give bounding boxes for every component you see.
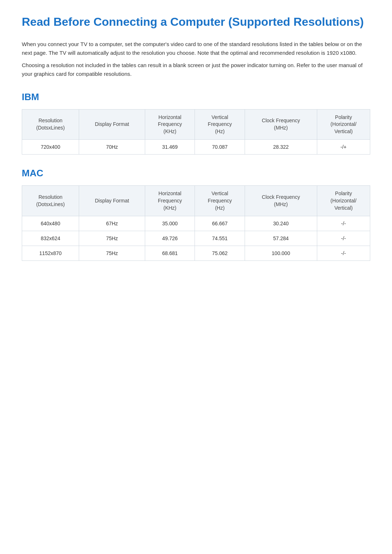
mac-table: Resolution(DotsxLines) Display Format Ho…	[22, 185, 370, 261]
ibm-row1-polarity: -/+	[317, 140, 370, 155]
ibm-col-v-freq: VerticalFrequency(Hz)	[195, 109, 245, 140]
mac-row2-h-freq: 49.726	[145, 231, 195, 246]
mac-table-row: 1152x870 75Hz 68.681 75.062 100.000 -/-	[22, 246, 370, 261]
ibm-col-h-freq: HorizontalFrequency(KHz)	[145, 109, 195, 140]
ibm-table-header-row: Resolution(DotsxLines) Display Format Ho…	[22, 109, 370, 140]
mac-col-clock-freq: Clock Frequency(MHz)	[245, 186, 317, 216]
mac-row2-clock-freq: 57.284	[245, 231, 317, 246]
ibm-col-display-format: Display Format	[79, 109, 145, 140]
intro-paragraph-2: Choosing a resolution not included in th…	[22, 61, 370, 78]
mac-row2-display-format: 75Hz	[79, 231, 145, 246]
mac-table-header-row: Resolution(DotsxLines) Display Format Ho…	[22, 186, 370, 216]
mac-row1-resolution: 640x480	[22, 216, 79, 231]
mac-row2-polarity: -/-	[317, 231, 370, 246]
mac-row3-display-format: 75Hz	[79, 246, 145, 261]
ibm-col-clock-freq: Clock Frequency(MHz)	[245, 109, 317, 140]
mac-col-polarity: Polarity(Horizontal/Vertical)	[317, 186, 370, 216]
ibm-row1-display-format: 70Hz	[79, 140, 145, 155]
mac-row1-v-freq: 66.667	[195, 216, 245, 231]
mac-row1-clock-freq: 30.240	[245, 216, 317, 231]
ibm-row1-h-freq: 31.469	[145, 140, 195, 155]
mac-row3-v-freq: 75.062	[195, 246, 245, 261]
mac-row2-v-freq: 74.551	[195, 231, 245, 246]
mac-row1-polarity: -/-	[317, 216, 370, 231]
ibm-row1-v-freq: 70.087	[195, 140, 245, 155]
mac-row2-resolution: 832x624	[22, 231, 79, 246]
page-title: Read Before Connecting a Computer (Suppo…	[22, 15, 370, 30]
mac-section-title: MAC	[22, 168, 370, 179]
mac-row3-clock-freq: 100.000	[245, 246, 317, 261]
ibm-table-row: 720x400 70Hz 31.469 70.087 28.322 -/+	[22, 140, 370, 155]
ibm-table: Resolution(DotsxLines) Display Format Ho…	[22, 109, 370, 155]
intro-paragraph-1: When you connect your TV to a computer, …	[22, 40, 370, 57]
mac-row1-h-freq: 35.000	[145, 216, 195, 231]
mac-col-resolution: Resolution(DotsxLines)	[22, 186, 79, 216]
mac-table-row: 832x624 75Hz 49.726 74.551 57.284 -/-	[22, 231, 370, 246]
mac-table-row: 640x480 67Hz 35.000 66.667 30.240 -/-	[22, 216, 370, 231]
ibm-row1-clock-freq: 28.322	[245, 140, 317, 155]
mac-row3-resolution: 1152x870	[22, 246, 79, 261]
ibm-col-polarity: Polarity(Horizontal/Vertical)	[317, 109, 370, 140]
mac-row1-display-format: 67Hz	[79, 216, 145, 231]
ibm-row1-resolution: 720x400	[22, 140, 79, 155]
mac-col-v-freq: VerticalFrequency(Hz)	[195, 186, 245, 216]
mac-row3-polarity: -/-	[317, 246, 370, 261]
mac-row3-h-freq: 68.681	[145, 246, 195, 261]
ibm-section-title: IBM	[22, 91, 370, 103]
mac-col-h-freq: HorizontalFrequency(KHz)	[145, 186, 195, 216]
ibm-col-resolution: Resolution(DotsxLines)	[22, 109, 79, 140]
mac-col-display-format: Display Format	[79, 186, 145, 216]
